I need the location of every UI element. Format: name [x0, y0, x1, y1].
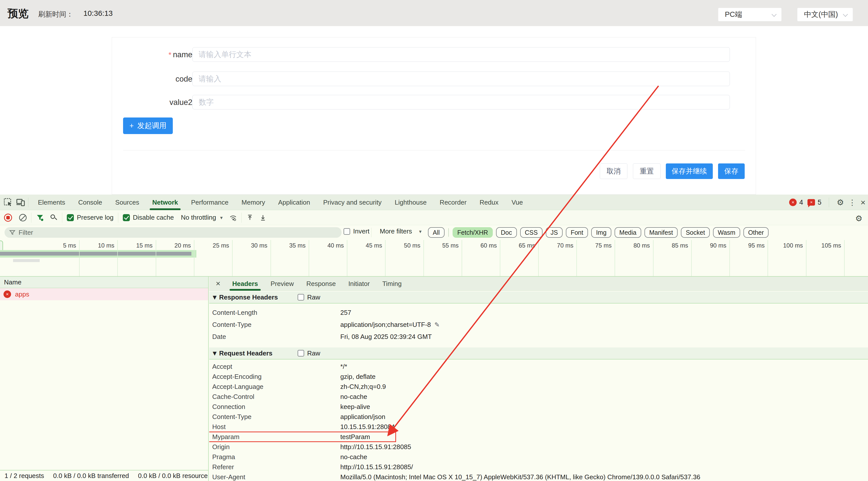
more-filters-button[interactable]: More filters ▾ — [380, 227, 422, 235]
header-value: 257 — [340, 309, 351, 317]
device-toolbar-icon[interactable] — [16, 198, 25, 207]
details-tab-initiator[interactable]: Initiator — [342, 277, 376, 291]
filter-chip-doc[interactable]: Doc — [496, 227, 517, 238]
devtools-tab-recorder[interactable]: Recorder — [433, 195, 473, 210]
invert-checkbox[interactable] — [344, 228, 350, 235]
response-headers-section-header[interactable]: ▼ Response Headers Raw — [209, 291, 868, 303]
devtools-tab-privacy-and-security[interactable]: Privacy and security — [317, 195, 388, 210]
network-settings-gear-icon[interactable]: ⚙ — [855, 214, 863, 223]
timeline-tick-label: 20 ms — [156, 242, 191, 249]
code-input[interactable] — [192, 71, 730, 86]
devtools-tab-application[interactable]: Application — [272, 195, 317, 210]
filter-chip-wasm[interactable]: Wasm — [713, 227, 740, 238]
error-icon: × — [3, 290, 11, 298]
header-key: Cache-Control — [212, 393, 340, 401]
devtools-tab-lighthouse[interactable]: Lighthouse — [388, 195, 433, 210]
devtools-tab-vue[interactable]: Vue — [505, 195, 529, 210]
details-tab-headers[interactable]: Headers — [226, 277, 265, 291]
record-icon[interactable] — [4, 214, 12, 222]
cancel-button[interactable]: 取消 — [600, 163, 627, 179]
filter-chip-img[interactable]: Img — [591, 227, 611, 238]
triangle-down-icon: ▼ — [213, 294, 217, 300]
details-tab-timing[interactable]: Timing — [376, 277, 408, 291]
devtools-tab-elements[interactable]: Elements — [31, 195, 71, 210]
preview-page: *name code value2 + 发起调用 取消 重置 保存并继续 保存 — [0, 26, 868, 195]
header-key: Content-Length — [212, 309, 340, 317]
raw-checkbox[interactable] — [298, 294, 304, 300]
issues-badge-icon[interactable]: × — [807, 199, 815, 205]
value2-input[interactable] — [192, 95, 730, 109]
devtools-tab-memory[interactable]: Memory — [235, 195, 272, 210]
filter-chip-other[interactable]: Other — [743, 227, 769, 238]
filter-chip-font[interactable]: Font — [566, 227, 588, 238]
timeline-tick-label: 15 ms — [118, 242, 153, 249]
disable-cache-checkbox[interactable] — [123, 214, 130, 221]
form-row-value2: value2 — [112, 95, 756, 109]
response-raw-toggle[interactable]: Raw — [298, 293, 320, 301]
request-raw-toggle[interactable]: Raw — [298, 349, 320, 357]
more-menu-icon[interactable]: ⋮ — [848, 198, 856, 207]
details-tab-preview[interactable]: Preview — [264, 277, 300, 291]
preserve-log-label: Preserve log — [77, 214, 114, 221]
timeline-tick-label: 75 ms — [577, 242, 612, 249]
divider — [62, 213, 62, 223]
header-key: Pragma — [212, 453, 340, 461]
network-overview[interactable]: 5 ms10 ms15 ms20 ms25 ms30 ms35 ms40 ms4… — [0, 240, 868, 277]
devtools-tab-sources[interactable]: Sources — [109, 195, 146, 210]
pencil-icon[interactable]: ✎ — [434, 321, 440, 328]
throttling-select[interactable]: No throttling — [181, 214, 216, 221]
inspect-icon[interactable] — [3, 198, 12, 207]
requests-name-column-header[interactable]: Name — [0, 277, 208, 288]
save-button[interactable]: 保存 — [718, 163, 745, 179]
disable-cache-label: Disable cache — [133, 214, 174, 221]
timeline-tick-label: 65 ms — [500, 242, 535, 249]
network-conditions-icon[interactable] — [229, 214, 237, 221]
invoke-call-button[interactable]: + 发起调用 — [123, 118, 173, 134]
filter-chip-js[interactable]: JS — [546, 227, 563, 238]
required-marker: * — [168, 51, 172, 59]
filter-chip-manifest[interactable]: Manifest — [645, 227, 678, 238]
filter-chip-css[interactable]: CSS — [520, 227, 542, 238]
close-devtools-icon[interactable]: × — [861, 198, 866, 207]
details-tab-response[interactable]: Response — [300, 277, 342, 291]
request-headers-section-header[interactable]: ▼ Request Headers Raw — [209, 347, 868, 359]
filter-chip-all[interactable]: All — [428, 227, 444, 238]
network-body: Name ×apps 1 / 2 requests0.0 kB / 0.0 kB… — [0, 277, 868, 481]
filter-chip-fetch-xhr[interactable]: Fetch/XHR — [453, 227, 493, 238]
reset-button[interactable]: 重置 — [633, 163, 660, 179]
filter-funnel-icon[interactable] — [36, 214, 44, 222]
timeline-tick-label: 45 ms — [347, 242, 382, 249]
search-icon[interactable] — [50, 214, 58, 221]
header-row-user-agent: User-AgentMozilla/5.0 (Macintosh; Intel … — [209, 472, 868, 481]
import-har-icon[interactable] — [246, 214, 254, 221]
clear-icon[interactable] — [19, 214, 27, 221]
timeline-tick-label: 50 ms — [385, 242, 421, 249]
filter-input[interactable]: Filter — [4, 227, 342, 238]
devtools-tabbar-right: × 4 × 5 ⚙ ⋮ × — [789, 195, 866, 210]
error-badge-icon[interactable]: × — [789, 199, 797, 206]
timeline-tick-label: 40 ms — [309, 242, 344, 249]
settings-gear-icon[interactable]: ⚙ — [837, 198, 844, 207]
header-row-date: DateFri, 08 Aug 2025 02:39:24 GMT — [209, 331, 868, 343]
devtools-tab-network[interactable]: Network — [146, 195, 185, 210]
raw-checkbox[interactable] — [298, 350, 304, 356]
resource-type-chips: AllFetch/XHRDocCSSJSFontImgMediaManifest… — [428, 227, 769, 238]
devtools-tab-performance[interactable]: Performance — [185, 195, 235, 210]
devtools-tab-redux[interactable]: Redux — [473, 195, 505, 210]
device-select[interactable]: PC端 — [718, 8, 782, 21]
filter-chip-socket[interactable]: Socket — [681, 227, 710, 238]
devtools-tab-console[interactable]: Console — [71, 195, 108, 210]
filter-chip-media[interactable]: Media — [615, 227, 641, 238]
invert-filter[interactable]: Invert — [344, 227, 369, 235]
name-input[interactable] — [192, 47, 730, 62]
caret-down-icon: ▾ — [419, 228, 422, 234]
request-row-apps[interactable]: ×apps — [0, 288, 208, 300]
header-value: application/json;charset=UTF-8 — [340, 321, 431, 329]
locale-select[interactable]: 中文(中国) — [797, 8, 853, 21]
close-details-icon[interactable]: × — [216, 279, 220, 288]
save-and-continue-button[interactable]: 保存并继续 — [666, 163, 713, 179]
error-count: 4 — [799, 199, 803, 206]
header-row-accept-encoding: Accept-Encodinggzip, deflate — [209, 372, 868, 382]
export-har-icon[interactable] — [259, 214, 267, 221]
preserve-log-checkbox[interactable] — [67, 214, 74, 221]
